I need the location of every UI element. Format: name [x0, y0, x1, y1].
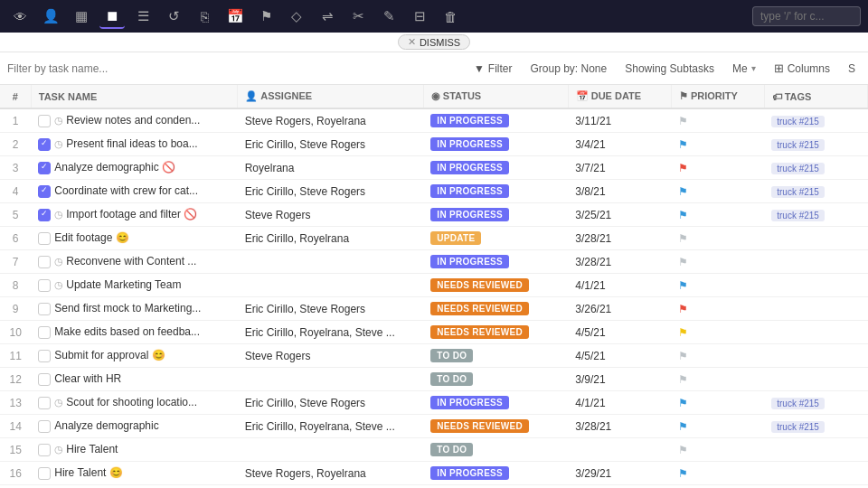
- task-name[interactable]: Clear with HR: [31, 368, 237, 391]
- toolbar-icon-calendar[interactable]: 📅: [222, 4, 248, 29]
- toolbar-icon-diamond[interactable]: ◇: [284, 4, 309, 29]
- task-status[interactable]: STOCKED: [423, 485, 568, 489]
- col-due[interactable]: 📅DUE DATE: [568, 85, 671, 108]
- task-name[interactable]: ◷Import footage and filter 🚫: [31, 203, 237, 227]
- task-checkbox[interactable]: [38, 279, 51, 292]
- task-checkbox[interactable]: [38, 162, 51, 174]
- task-name[interactable]: Edit footage 😊: [31, 227, 237, 250]
- task-status[interactable]: UPDATE: [423, 227, 568, 250]
- toolbar-icon-copy[interactable]: ⎘: [192, 4, 217, 29]
- task-name[interactable]: ◷Scout for shooting locatio...: [31, 391, 237, 415]
- task-title: Hire Talent: [66, 443, 118, 455]
- task-checkbox[interactable]: [38, 326, 51, 339]
- task-status[interactable]: IN PROGRESS: [423, 180, 568, 203]
- task-checkbox[interactable]: [38, 444, 51, 456]
- task-checkbox[interactable]: [38, 303, 51, 315]
- toolbar-icon-grid[interactable]: ▦: [69, 4, 94, 29]
- status-badge: IN PROGRESS: [430, 255, 509, 268]
- status-badge: IN PROGRESS: [430, 208, 509, 221]
- task-status[interactable]: IN PROGRESS: [423, 391, 568, 415]
- task-status[interactable]: IN PROGRESS: [423, 462, 568, 485]
- task-status[interactable]: NEEDS REVIEWED: [423, 321, 568, 344]
- col-status[interactable]: ◉STATUS: [423, 85, 568, 108]
- subtasks-button[interactable]: Showing Subtasks: [619, 60, 720, 78]
- dismiss-button[interactable]: ✕ DISMISS: [398, 34, 470, 50]
- task-name[interactable]: Analyze demographic 🚫: [31, 156, 237, 180]
- task-name[interactable]: Submit for approval 😊: [31, 344, 237, 368]
- task-assignee: Eric Cirillo: [238, 485, 424, 489]
- task-status[interactable]: NEEDS REVIEWED: [423, 297, 568, 321]
- filter-button[interactable]: ▼ Filter: [468, 60, 518, 78]
- task-name[interactable]: Make edits based on feedba...: [31, 321, 237, 344]
- toolbar-search[interactable]: [752, 6, 861, 26]
- task-name[interactable]: ◷Review notes and conden...: [31, 108, 237, 133]
- task-status[interactable]: TO DO: [423, 344, 568, 368]
- status-badge: IN PROGRESS: [430, 161, 509, 174]
- toolbar-icon-scissors[interactable]: ✂: [345, 4, 371, 29]
- task-name[interactable]: Hire Talent 😊: [31, 462, 237, 485]
- toolbar-icon-edit[interactable]: ✎: [376, 4, 401, 29]
- group-by-button[interactable]: Group by: None: [525, 60, 613, 78]
- task-checkbox[interactable]: [38, 420, 51, 433]
- table-row: 11Submit for approval 😊Steve RogersTO DO…: [0, 344, 868, 368]
- task-checkbox[interactable]: [38, 232, 51, 245]
- task-name[interactable]: ◷Update Marketing Team: [31, 274, 237, 297]
- priority-flag-icon: ⚑: [678, 444, 688, 456]
- col-task[interactable]: TASK NAME: [31, 85, 237, 108]
- task-name[interactable]: #3478: [31, 485, 237, 489]
- task-status[interactable]: TO DO: [423, 368, 568, 391]
- task-priority: ⚑: [671, 250, 764, 274]
- task-assignee: Eric Cirillo, Royelrana, Steve ...: [238, 415, 424, 438]
- task-checkbox[interactable]: [38, 350, 51, 362]
- toolbar-icon-refresh[interactable]: ↺: [161, 4, 186, 29]
- task-name[interactable]: ◷Hire Talent: [31, 438, 237, 462]
- task-checkbox[interactable]: [38, 209, 51, 221]
- task-priority: ⚑: [671, 415, 764, 438]
- task-title: Make edits based on feedba...: [54, 325, 200, 338]
- task-due-date: 3/8/21: [568, 180, 671, 203]
- col-assignee[interactable]: 👤ASSIGNEE: [238, 85, 424, 108]
- table-row: 8◷Update Marketing TeamNEEDS REVIEWED4/1…: [0, 274, 868, 297]
- me-button[interactable]: Me ▾: [727, 60, 761, 78]
- task-name[interactable]: Coordinate with crew for cat...: [31, 180, 237, 203]
- task-checkbox[interactable]: [38, 138, 51, 151]
- task-checkbox[interactable]: [38, 185, 51, 198]
- toolbar-icon-user[interactable]: 👤: [38, 4, 63, 29]
- task-status[interactable]: NEEDS REVIEWED: [423, 415, 568, 438]
- task-status[interactable]: IN PROGRESS: [423, 250, 568, 274]
- task-checkbox[interactable]: [38, 373, 51, 386]
- col-priority[interactable]: ⚑PRIORITY: [671, 85, 764, 108]
- task-checkbox[interactable]: [38, 115, 51, 127]
- task-checkbox[interactable]: [38, 397, 51, 409]
- toolbar-icon-list[interactable]: ☰: [130, 4, 156, 29]
- task-name[interactable]: ◷Present final ideas to boa...: [31, 133, 237, 156]
- filter-input[interactable]: [7, 62, 170, 75]
- task-status[interactable]: IN PROGRESS: [423, 156, 568, 180]
- task-title: Present final ideas to boa...: [66, 137, 197, 150]
- task-checkbox[interactable]: [38, 256, 51, 268]
- task-due-date: 4/1/21: [568, 391, 671, 415]
- toolbar-icon-minus[interactable]: ⊟: [407, 4, 432, 29]
- toolbar-icon-eye[interactable]: 👁: [7, 4, 33, 29]
- status-badge: NEEDS REVIEWED: [430, 278, 529, 292]
- task-name[interactable]: Send first mock to Marketing...: [31, 297, 237, 321]
- col-tags[interactable]: 🏷TAGS: [764, 85, 867, 108]
- task-tags: truck #215: [764, 203, 867, 227]
- columns-button[interactable]: ⊞ Columns: [769, 59, 835, 78]
- toolbar-icon-flag[interactable]: ⚑: [253, 4, 278, 29]
- task-status[interactable]: IN PROGRESS: [423, 203, 568, 227]
- task-checkbox[interactable]: [38, 467, 51, 480]
- toolbar-icon-table[interactable]: ◼: [99, 4, 125, 29]
- task-name[interactable]: ◷Reconvene with Content ...: [31, 250, 237, 274]
- toolbar-icon-transfer[interactable]: ⇌: [315, 4, 340, 29]
- s-button[interactable]: S: [843, 60, 861, 78]
- task-status[interactable]: IN PROGRESS: [423, 133, 568, 156]
- task-status[interactable]: IN PROGRESS: [423, 108, 568, 133]
- task-status[interactable]: TO DO: [423, 438, 568, 462]
- task-name[interactable]: Analyze demographic: [31, 415, 237, 438]
- toolbar-icon-delete[interactable]: 🗑: [438, 4, 463, 29]
- task-tags: truck #215: [764, 415, 867, 438]
- status-badge: NEEDS REVIEWED: [430, 302, 529, 315]
- task-type-icon: ◷: [54, 256, 63, 267]
- task-status[interactable]: NEEDS REVIEWED: [423, 274, 568, 297]
